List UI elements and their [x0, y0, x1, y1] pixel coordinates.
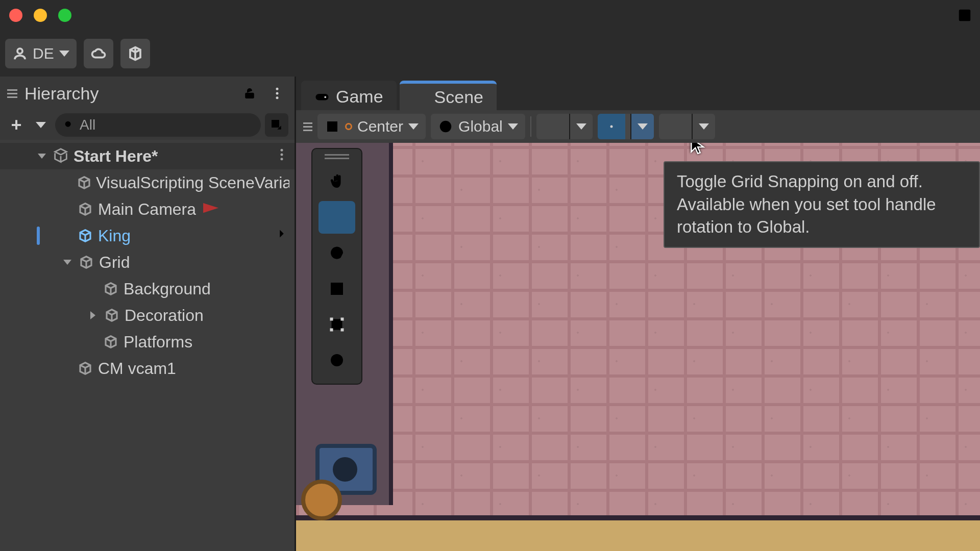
tab-game[interactable]: Game	[301, 81, 397, 110]
svg-rect-0	[959, 10, 971, 21]
lock-icon[interactable]	[239, 83, 260, 104]
open-prefab-icon[interactable]	[274, 226, 289, 245]
close-window-button[interactable]	[9, 9, 22, 22]
svg-rect-18	[330, 318, 333, 321]
panel-menu-icon[interactable]	[267, 83, 287, 104]
svg-point-22	[331, 354, 343, 366]
grid-snapping-dropdown[interactable]	[598, 114, 654, 139]
gameobject-icon	[102, 333, 119, 350]
tooltip-text: Toggle Grid Snapping on and off. Availab…	[677, 172, 936, 236]
hand-tool-button[interactable]	[318, 165, 355, 198]
cloud-button[interactable]	[84, 39, 113, 68]
svg-rect-19	[341, 318, 344, 321]
tooltip: Toggle Grid Snapping on and off. Availab…	[664, 161, 980, 248]
scene-root-row[interactable]: Start Here*	[0, 143, 295, 169]
hierarchy-title: Hierarchy	[24, 84, 99, 104]
rotation-mode-label: Global	[458, 118, 503, 135]
item-label: King	[98, 227, 131, 245]
svg-point-1	[17, 48, 22, 54]
palette-drag-handle-icon[interactable]	[325, 154, 349, 159]
hierarchy-tree[interactable]: Start Here* VisualScripting SceneVariabl…	[0, 140, 295, 551]
hierarchy-item[interactable]: Background	[0, 276, 295, 302]
grid-visibility-options[interactable]	[569, 114, 593, 139]
scale-tool-button[interactable]	[318, 272, 355, 305]
transform-tool-button[interactable]	[318, 344, 355, 377]
gameobject-icon	[77, 360, 94, 377]
cannon-sprite	[301, 434, 388, 515]
hierarchy-tab[interactable]: Hierarchy	[0, 77, 295, 110]
tab-scene[interactable]: Scene	[400, 81, 497, 110]
rotation-mode-dropdown[interactable]: Global	[431, 114, 525, 139]
pivot-indicator-icon	[345, 123, 352, 130]
minimize-window-button[interactable]	[34, 9, 47, 22]
gameobject-icon	[77, 201, 94, 218]
hierarchy-item[interactable]: VisualScripting SceneVariables	[0, 169, 295, 196]
svg-rect-20	[330, 329, 333, 332]
hierarchy-panel[interactable]: Hierarchy + All	[0, 77, 296, 551]
svg-point-5	[276, 96, 279, 99]
item-label: Background	[124, 280, 211, 298]
account-dropdown[interactable]: DE	[5, 39, 77, 68]
create-dropdown[interactable]	[31, 115, 51, 135]
scene-name: Start Here*	[74, 147, 158, 166]
hierarchy-item[interactable]: CM vcam1	[0, 355, 295, 382]
missing-script-icon	[203, 203, 218, 215]
package-manager-button[interactable]	[120, 39, 150, 68]
tab-game-label: Game	[336, 87, 383, 107]
move-tool-button[interactable]	[318, 201, 355, 234]
svg-rect-17	[332, 319, 342, 330]
create-button[interactable]: +	[6, 115, 27, 135]
increment-snapping-options[interactable]	[692, 114, 715, 139]
rotate-tool-button[interactable]	[318, 237, 355, 269]
svg-rect-2	[245, 93, 254, 98]
gameobject-icon	[77, 174, 92, 191]
prefab-icon	[77, 227, 94, 244]
grid-snapping-options[interactable]	[630, 114, 654, 139]
drag-handle-icon[interactable]	[7, 89, 17, 98]
gameobject-icon	[103, 307, 120, 324]
hierarchy-item[interactable]: Platforms	[0, 329, 295, 355]
layout-icon[interactable]	[954, 5, 975, 26]
svg-point-15	[610, 126, 612, 128]
hierarchy-toolbar: + All	[0, 110, 295, 140]
increment-snapping-dropdown[interactable]	[659, 114, 715, 139]
chevron-down-icon	[36, 122, 46, 128]
hierarchy-item[interactable]: Main Camera	[0, 196, 295, 222]
svg-point-10	[281, 158, 283, 160]
separator	[530, 116, 531, 137]
chevron-down-icon	[508, 123, 518, 130]
svg-rect-16	[331, 283, 343, 295]
svg-point-6	[65, 121, 71, 127]
grid-snapping-button[interactable]	[598, 114, 625, 139]
scene-tabs: Game Scene	[296, 77, 980, 110]
increment-snapping-button[interactable]	[659, 114, 687, 139]
item-label: Grid	[99, 253, 130, 272]
tilemap-floor	[296, 515, 980, 551]
scene-viewport[interactable]: Toggle Grid Snapping on and off. Availab…	[296, 143, 980, 551]
grid-visibility-button[interactable]	[536, 114, 564, 139]
scene-panel: Game Scene Center Global	[296, 77, 980, 551]
gameobject-icon	[78, 254, 95, 271]
svg-point-12	[324, 96, 326, 98]
hierarchy-item[interactable]: Grid	[0, 249, 295, 276]
transform-tools-palette[interactable]	[311, 148, 362, 385]
grid-visibility-dropdown[interactable]	[536, 114, 593, 139]
maximize-window-button[interactable]	[58, 9, 71, 22]
item-label: VisualScripting SceneVariables	[96, 173, 289, 192]
chevron-down-icon	[576, 123, 586, 130]
rect-tool-button[interactable]	[318, 308, 355, 341]
svg-point-9	[281, 153, 283, 156]
hierarchy-search-input[interactable]: All	[55, 113, 261, 137]
item-label: CM vcam1	[98, 359, 176, 378]
chevron-down-icon	[699, 123, 709, 130]
hierarchy-item[interactable]: Decoration	[0, 302, 295, 329]
pivot-mode-label: Center	[357, 118, 403, 135]
row-menu-icon[interactable]	[274, 147, 289, 166]
pivot-mode-dropdown[interactable]: Center	[317, 114, 426, 139]
scene-toolbar: Center Global	[296, 110, 980, 143]
item-label: Decoration	[125, 306, 204, 325]
search-scope-button[interactable]	[265, 113, 288, 137]
toolbar-drag-handle-icon[interactable]	[303, 122, 312, 131]
hierarchy-item-selected[interactable]: King	[0, 222, 295, 249]
item-label: Main Camera	[98, 200, 196, 219]
